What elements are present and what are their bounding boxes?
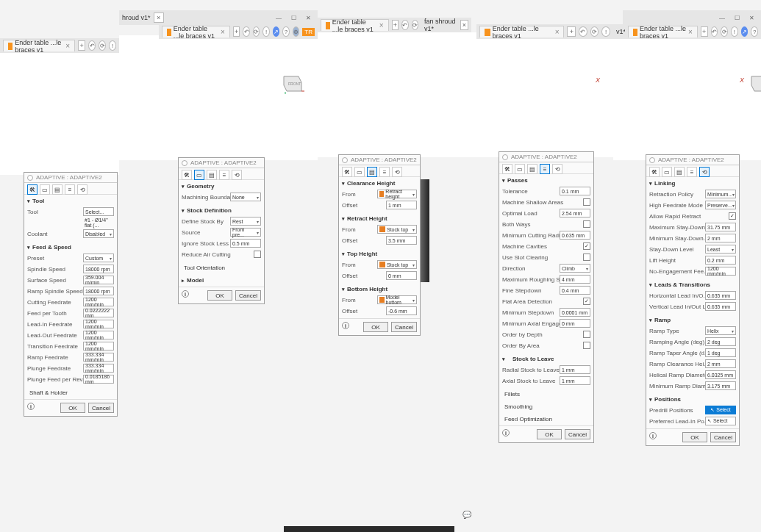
tab-linking-icon[interactable]: ⟲: [699, 167, 710, 177]
undo-icon[interactable]: ↶: [401, 20, 408, 30]
section-tool-orientation[interactable]: Tool Orientation: [182, 263, 261, 273]
input-field[interactable]: 6.0325 mm: [705, 370, 736, 379]
panel-header[interactable]: ADAPTIVE : ADAPTIVE2: [646, 155, 739, 165]
dropdown-field[interactable]: Minimum...: [705, 190, 736, 198]
info-icon[interactable]: i: [502, 429, 510, 436]
new-tab[interactable]: +: [392, 20, 399, 30]
section-top[interactable]: ▾Top Height: [342, 249, 417, 259]
section-linking[interactable]: ▾Linking: [649, 179, 736, 188]
document-tab[interactable]: Ender table ...le braces v1×: [3, 40, 75, 51]
tab-geometry-icon[interactable]: ▭: [515, 164, 525, 174]
tab-passes-icon[interactable]: ≡: [219, 170, 229, 180]
alert-icon[interactable]: !: [262, 26, 269, 37]
dropdown-field[interactable]: Least: [705, 245, 736, 254]
dropdown-field[interactable]: Retract height: [377, 190, 417, 198]
cancel-button[interactable]: Cancel: [710, 432, 736, 442]
tab-geometry-icon[interactable]: ▭: [662, 167, 672, 177]
tab-heights-icon[interactable]: ▤: [527, 164, 537, 174]
tab-linking-icon[interactable]: ⟲: [77, 184, 87, 195]
ok-button[interactable]: OK: [363, 322, 388, 332]
input-field[interactable]: 31.75 mm: [705, 223, 736, 231]
new-tab[interactable]: +: [701, 26, 708, 37]
tab-fragment[interactable]: hroud v1*: [122, 14, 151, 21]
view-cube[interactable]: [746, 73, 761, 94]
input-field[interactable]: 1200 mm/min: [83, 342, 114, 351]
dropdown-field[interactable]: None: [230, 193, 261, 201]
section-positions[interactable]: ▾Positions: [649, 395, 736, 404]
dropdown-field[interactable]: Preserve...: [705, 201, 736, 209]
section-model[interactable]: ▸Model: [182, 276, 261, 285]
section-feed-opt[interactable]: Feed Optimization: [502, 414, 590, 424]
tab-geometry-icon[interactable]: ▭: [354, 167, 365, 177]
close-icon[interactable]: ×: [379, 21, 384, 29]
input-field[interactable]: 0.635 mm: [705, 291, 736, 300]
panel-header[interactable]: ADAPTIVE : ADAPTIVE2: [179, 158, 264, 168]
input-field[interactable]: 1200 mm/min: [83, 331, 114, 339]
close-icon[interactable]: ×: [154, 12, 164, 23]
tab-tool-icon[interactable]: 🛠: [182, 170, 192, 180]
tab-heights-icon[interactable]: ▤: [674, 167, 685, 177]
ext-icon[interactable]: ⊕: [293, 26, 299, 37]
tab-tool-icon[interactable]: 🛠: [502, 164, 512, 174]
checkbox[interactable]: [583, 220, 590, 228]
ok-button[interactable]: OK: [537, 429, 562, 439]
input-field[interactable]: 4 mm: [560, 275, 590, 284]
section-stock-leave[interactable]: ▾Stock to Leave: [502, 354, 590, 364]
info-icon[interactable]: i: [342, 322, 349, 329]
input-field[interactable]: 1 mm: [560, 365, 590, 374]
tab-geometry-icon[interactable]: ▭: [194, 170, 204, 180]
input-field[interactable]: 3.5 mm: [386, 236, 417, 245]
redo-icon[interactable]: ⟳: [253, 26, 260, 37]
document-tab[interactable]: Ender table ...le braces v1×: [162, 26, 230, 37]
section-retract[interactable]: ▾Retract Height: [342, 214, 417, 223]
select-button[interactable]: ↖ Select: [705, 406, 736, 414]
input-field[interactable]: 0.5 mm: [230, 239, 261, 248]
alert-icon[interactable]: !: [731, 26, 738, 37]
tool-select[interactable]: Select...: [83, 207, 114, 216]
tab-tool-icon[interactable]: 🛠: [27, 184, 37, 195]
tab-passes-icon[interactable]: ≡: [379, 167, 390, 177]
cancel-button[interactable]: Cancel: [565, 429, 590, 439]
checkbox[interactable]: [583, 342, 590, 349]
section-tool[interactable]: ▾Tool: [27, 196, 114, 206]
section-smoothing[interactable]: Smoothing: [502, 402, 590, 411]
input-field[interactable]: 0.2 mm: [705, 256, 736, 265]
tab-linking-icon[interactable]: ⟲: [392, 167, 402, 177]
panel-header[interactable]: ADAPTIVE : ADAPTIVE2: [499, 152, 593, 162]
checkbox[interactable]: [583, 198, 590, 206]
tab-passes-icon[interactable]: ≡: [540, 164, 550, 174]
cancel-button[interactable]: Cancel: [235, 290, 261, 301]
info-icon[interactable]: i: [182, 290, 189, 298]
tab-heights-icon[interactable]: ▤: [367, 167, 377, 177]
cancel-button[interactable]: Cancel: [88, 403, 114, 413]
input-field[interactable]: 2 deg: [705, 337, 736, 346]
new-tab[interactable]: +: [233, 26, 240, 37]
section-geometry[interactable]: ▾Geometry: [182, 181, 261, 191]
input-field[interactable]: 0.0222222 mm: [83, 309, 114, 317]
info-icon[interactable]: i: [27, 403, 35, 410]
locale-badge[interactable]: TR: [302, 28, 315, 36]
ok-button[interactable]: OK: [682, 432, 707, 442]
input-field[interactable]: 1 deg: [705, 348, 736, 357]
input-field[interactable]: 333.334 mm/min: [83, 364, 114, 373]
input-field[interactable]: 1200 mm/min: [705, 267, 736, 276]
input-field[interactable]: 0.1 mm: [560, 187, 590, 195]
input-field[interactable]: 2 mm: [705, 234, 736, 242]
undo-icon[interactable]: ↶: [243, 26, 249, 37]
share-icon[interactable]: ↗: [273, 26, 279, 37]
input-field[interactable]: 1200 mm/min: [83, 298, 114, 306]
section-feed-speed[interactable]: ▾Feed & Speed: [27, 242, 114, 252]
section-shaft-holder[interactable]: Shaft & Holder: [27, 388, 114, 398]
help-icon[interactable]: ?: [282, 26, 289, 37]
input-field[interactable]: 0.635 mm: [705, 302, 736, 311]
input-field[interactable]: 18000 rpm: [83, 265, 114, 273]
window-controls[interactable]: —☐✕: [715, 12, 758, 23]
input-field[interactable]: 1200 mm/min: [83, 320, 114, 328]
close-icon[interactable]: ×: [688, 28, 693, 36]
dropdown-field[interactable]: From pre...: [230, 228, 261, 237]
document-tab[interactable]: Ender table ...le braces v1×: [628, 26, 698, 37]
input-field[interactable]: 2 mm: [705, 359, 736, 368]
dropdown-field[interactable]: Climb: [560, 264, 590, 273]
input-field[interactable]: -0.6 mm: [386, 306, 417, 315]
input-field[interactable]: 0 mm: [560, 319, 590, 328]
